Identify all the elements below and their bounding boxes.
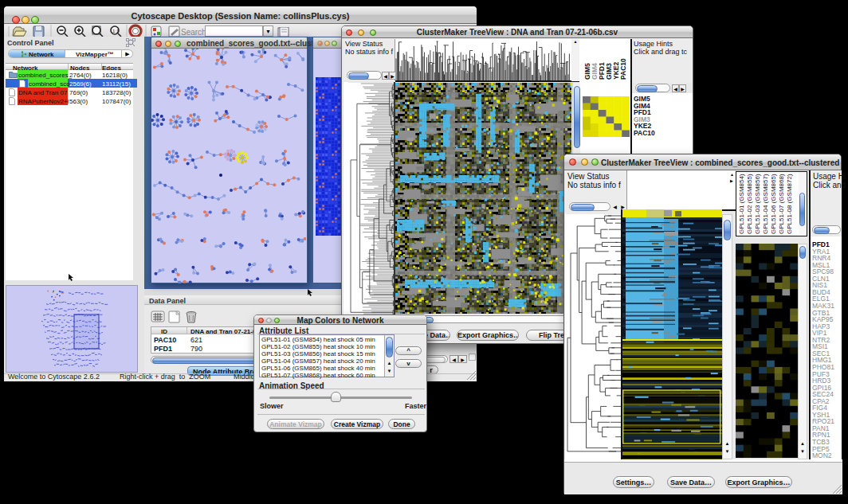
svg-text:GPL51-07 (GSM868): GPL51-07 (GSM868) bbox=[778, 174, 785, 234]
svg-text:1:1: 1:1 bbox=[112, 29, 120, 33]
svg-text:PAC10: PAC10 bbox=[634, 129, 655, 137]
svg-text:GPL51-06 (GSM865): GPL51-06 (GSM865) bbox=[770, 174, 777, 234]
svg-text:PAC10: PAC10 bbox=[619, 58, 627, 80]
svg-text:GPL51-01 (GSM854): GPL51-01 (GSM854) bbox=[738, 174, 745, 234]
svg-text:GPL51-03 (GSM856): GPL51-03 (GSM856) bbox=[754, 174, 761, 234]
svg-text:GPL51-02 (GSM855): GPL51-02 (GSM855) bbox=[746, 174, 753, 234]
svg-text:GPL51-08 (GSM872): GPL51-08 (GSM872) bbox=[786, 174, 793, 234]
svg-text:GPL51-04 (GSM857): GPL51-04 (GSM857) bbox=[762, 174, 769, 234]
